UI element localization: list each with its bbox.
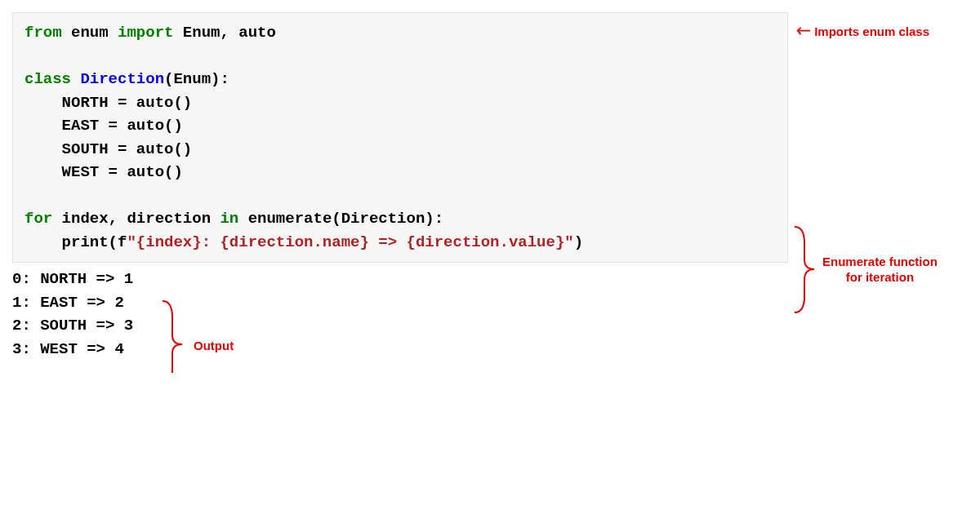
blank-line [24, 184, 776, 208]
brace-icon-output [161, 296, 185, 373]
annotation-enumerate: Enumerate function for iteration [822, 255, 938, 286]
code-text: ) [574, 233, 583, 251]
annotation-imports-text: Imports enum class [811, 24, 929, 38]
code-text: Enum, auto [173, 24, 275, 42]
code-text: print(f [24, 233, 127, 251]
code-text: index, direction [52, 210, 220, 228]
annotation-output: Output [194, 337, 234, 356]
annotation-imports: 🡐 Imports enum class [796, 20, 929, 42]
code-text: (Direction): [332, 210, 443, 228]
code-line-6: SOUTH = auto() [24, 138, 776, 162]
kw-import: import [118, 24, 173, 42]
kw-class: class [24, 70, 71, 88]
kw-from: from [24, 24, 62, 42]
class-name: Direction [71, 70, 164, 88]
kw-in: in [220, 210, 238, 228]
code-line-10: print(f"{index}: {direction.name} => {di… [24, 231, 776, 255]
annotation-enumerate-l2: for iteration [822, 270, 938, 286]
string-literal: "{index}: {direction.name} => {direction… [127, 233, 573, 251]
annotation-enumerate-l1: Enumerate function [822, 255, 938, 270]
brace-icon-enumerate [793, 223, 817, 317]
code-line-7: WEST = auto() [24, 161, 776, 184]
code-text: enum [62, 24, 118, 42]
code-text: enumerate [238, 210, 332, 228]
code-line-1: from enum import Enum, auto [24, 21, 776, 45]
code-block: from enum import Enum, auto class Direct… [12, 12, 788, 263]
output-line-2: 1: EAST => 2 [12, 291, 968, 315]
code-line-4: NORTH = auto() [24, 91, 776, 115]
output-line-4: 3: WEST => 4 [12, 338, 968, 361]
kw-for: for [24, 210, 52, 228]
code-text: (Enum): [164, 70, 229, 88]
code-line-5: EAST = auto() [24, 114, 776, 138]
code-line-9: for index, direction in enumerate(Direct… [24, 207, 776, 231]
arrow-left-icon: 🡐 [796, 23, 811, 39]
output-line-3: 2: SOUTH => 3 [12, 314, 968, 338]
code-line-3: class Direction(Enum): [24, 68, 776, 91]
figure-wrap: from enum import Enum, auto class Direct… [12, 12, 968, 361]
blank-line [24, 45, 776, 69]
